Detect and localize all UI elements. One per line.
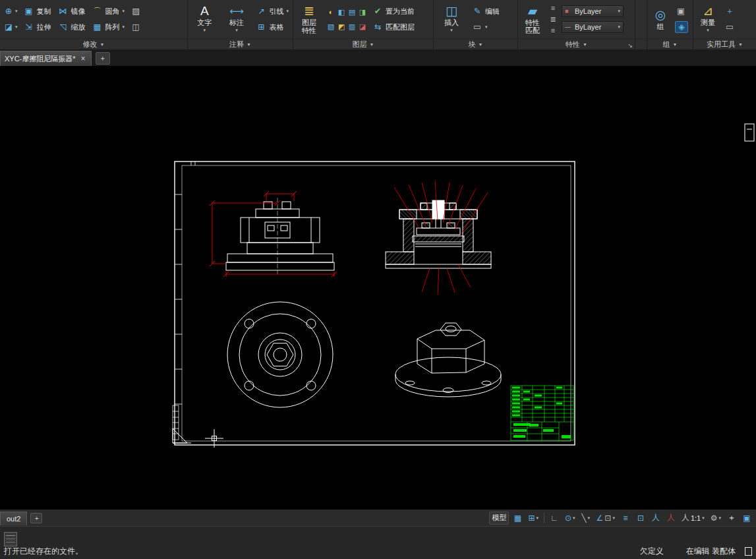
selection-cycling-toggle[interactable]: ⊡ (634, 512, 647, 525)
annotation-visibility-toggle[interactable]: 人 (649, 512, 662, 525)
clean-screen-icon: ▣ (743, 514, 750, 523)
annotate-panel-label: 注释 (229, 40, 244, 49)
layer-unlock-icon[interactable]: ◪ (358, 22, 367, 31)
move-button[interactable]: ⊕▾ (3, 5, 18, 17)
layer-properties-button[interactable]: ≣ 图层 特性 (296, 1, 322, 37)
ribbon-panel-utilities: ⊿ 测量 ▾ ＋ ▭ 实用工具▼ (693, 0, 756, 49)
set-current-layer-button[interactable]: ✔置为当前 (371, 5, 416, 17)
layer-unisolate-icon[interactable]: ◩ (337, 22, 346, 31)
stretch-icon: ⇲ (24, 22, 34, 32)
layout-tab-out2[interactable]: out2 (0, 512, 27, 525)
layer-thaw-icon[interactable]: ▥ (347, 22, 357, 31)
lineweight-toggle[interactable]: ≡ (619, 512, 632, 525)
annotation-scale-button[interactable]: 人1:1▾ (680, 512, 707, 525)
match-properties-button[interactable]: ▰ 特性 匹配 (521, 1, 544, 37)
panel-label-group[interactable]: 组▼ (647, 38, 693, 49)
autoscale-toggle[interactable]: 人 (664, 512, 678, 525)
editing-status: 在编辑 装配体 (686, 546, 736, 557)
grid-toggle[interactable]: ▦ (511, 512, 524, 525)
table-button[interactable]: ⊞表格 (254, 21, 290, 33)
linetype-dropdown[interactable]: — ByLayer ▾ (562, 21, 624, 33)
ribbon-panel-layers: ≣ 图层 特性 ◐ ◧ ▤ ◨ ▧ ◩ ▥ ◪ (293, 0, 434, 49)
command-window-icon[interactable] (4, 532, 17, 546)
array-button[interactable]: ▦阵列▾ (91, 21, 127, 33)
constraint-status: 欠定义 (640, 546, 664, 557)
chevron-down-icon: ▾ (702, 515, 705, 521)
insert-block-button[interactable]: ◫ 插入 ▾ (436, 1, 467, 37)
edit-block-button[interactable]: ✎编辑 (471, 5, 501, 17)
scale-icon: ◹ (58, 22, 69, 32)
text-label: 文字 (197, 18, 212, 26)
group-button[interactable]: ◎ 组 (650, 1, 671, 37)
leader-button[interactable]: ↗引线▾ (254, 5, 290, 17)
object-color-icon[interactable]: ≡ (548, 3, 558, 13)
color-dropdown[interactable]: ■ ByLayer ▾ (562, 5, 624, 17)
command-line[interactable]: 打开已经存在的文件。 欠定义 在编辑 装配体 (4, 546, 752, 557)
mirror-button[interactable]: ⋈镜像 (57, 5, 87, 17)
new-drawing-tab-button[interactable]: ＋ (96, 52, 110, 65)
panel-label-block[interactable]: 块▼ (434, 38, 517, 49)
file-tab-title: XYC-摩擦阻尼隔振器* (5, 54, 76, 64)
panel-label-layers[interactable]: 图层▼ (293, 38, 433, 49)
polar-toggle[interactable]: ⊙▾ (563, 512, 577, 525)
fillet-button[interactable]: ⌒圆角▾ (91, 5, 127, 17)
chevron-down-icon: ▾ (485, 24, 488, 30)
chevron-down-icon: ▾ (587, 515, 590, 521)
drawing-canvas[interactable] (0, 66, 756, 510)
match-layer-label: 匹配图层 (386, 22, 415, 32)
layer-freeze-icon[interactable]: ▤ (347, 7, 357, 16)
erase-button[interactable]: ▨ (130, 5, 142, 17)
snap-toggle[interactable]: ⊞▾ (526, 512, 540, 525)
scale-button[interactable]: ◹缩放 (57, 21, 87, 33)
layer-on-icon[interactable]: ▧ (326, 22, 335, 31)
stretch-button[interactable]: ⇲拉伸 (22, 21, 53, 33)
dimension-button[interactable]: ⟷ 标注 ▾ (223, 1, 251, 37)
clean-screen-button[interactable]: ▣ (740, 512, 753, 525)
group-edit-button[interactable]: ◈ (675, 21, 688, 33)
measure-button[interactable]: ⊿ 测量 ▾ (696, 1, 720, 37)
ungroup-button[interactable]: ▣ (675, 5, 688, 17)
panel-caret-icon: ▼ (247, 42, 251, 47)
panel-label-annotate[interactable]: 注释▼ (188, 38, 293, 49)
model-button[interactable]: 模型 (489, 512, 509, 525)
panel-caret-icon: ▼ (738, 42, 743, 47)
close-icon[interactable]: × (81, 54, 86, 63)
command-area: 打开已经存在的文件。 欠定义 在编辑 装配体 (0, 526, 756, 559)
group-panel-label: 组 (663, 40, 670, 49)
insert-icon: ◫ (446, 4, 457, 18)
layer-isolate-icon[interactable]: ◧ (337, 7, 346, 16)
ribbon-panel-modify: ⊕▾ ◪▾ ▣复制 ⇲拉伸 ⋈镜像 ◹缩放 ⌒圆角▾ ▦阵列▾ ▨ ◫ (0, 0, 188, 49)
linetype-icon[interactable]: ≡ (548, 26, 558, 35)
block-attributes-button[interactable]: ▭▾ (471, 21, 501, 33)
panel-label-utilities[interactable]: 实用工具▼ (693, 38, 756, 49)
trim-button[interactable]: ◪▾ (3, 21, 18, 33)
set-current-label: 置为当前 (386, 7, 415, 16)
copy-button[interactable]: ▣复制 (22, 5, 53, 17)
quick-select-button[interactable]: ＋ (724, 5, 736, 17)
status-plus-button[interactable]: ＋ (725, 512, 738, 525)
explode-button[interactable]: ◫ (130, 21, 142, 33)
text-button[interactable]: A 文字 ▾ (190, 1, 219, 37)
dialog-launcher-icon[interactable]: ↘ (627, 42, 633, 49)
isodraft-toggle[interactable]: ╲▾ (579, 512, 593, 525)
lineweight-icon[interactable]: ≣ (548, 15, 558, 24)
chevron-down-icon: ▾ (612, 515, 615, 521)
stretch-label: 拉伸 (37, 22, 51, 32)
leader-label: 引线 (269, 7, 283, 16)
new-layout-button[interactable]: ＋ (30, 513, 42, 523)
panel-label-properties[interactable]: 特性▼↘ (518, 38, 635, 49)
ribbon-panel-block: ◫ 插入 ▾ ✎编辑 ▭▾ 块▼ (434, 0, 518, 49)
match-layer-button[interactable]: ⇆匹配图层 (371, 21, 416, 33)
insert-label: 插入 (444, 18, 459, 26)
layer-off-icon[interactable]: ◐ (326, 7, 335, 16)
customization-button[interactable]: ⚙▾ (709, 512, 723, 525)
panel-label-modify[interactable]: 修改▼ (0, 38, 187, 49)
quick-calc-button[interactable]: ▭ (724, 21, 736, 33)
ribbon-spacer (635, 0, 647, 49)
osnap-icon: ∠ (596, 514, 604, 523)
layer-lock-icon[interactable]: ◨ (358, 7, 367, 16)
properties-panel-label: 特性 (566, 40, 580, 49)
osnap-toggle[interactable]: ∠⊡▾ (595, 512, 617, 525)
ortho-toggle[interactable]: ∟ (548, 512, 561, 525)
file-tab-active[interactable]: XYC-摩擦阻尼隔振器* × (0, 51, 92, 66)
